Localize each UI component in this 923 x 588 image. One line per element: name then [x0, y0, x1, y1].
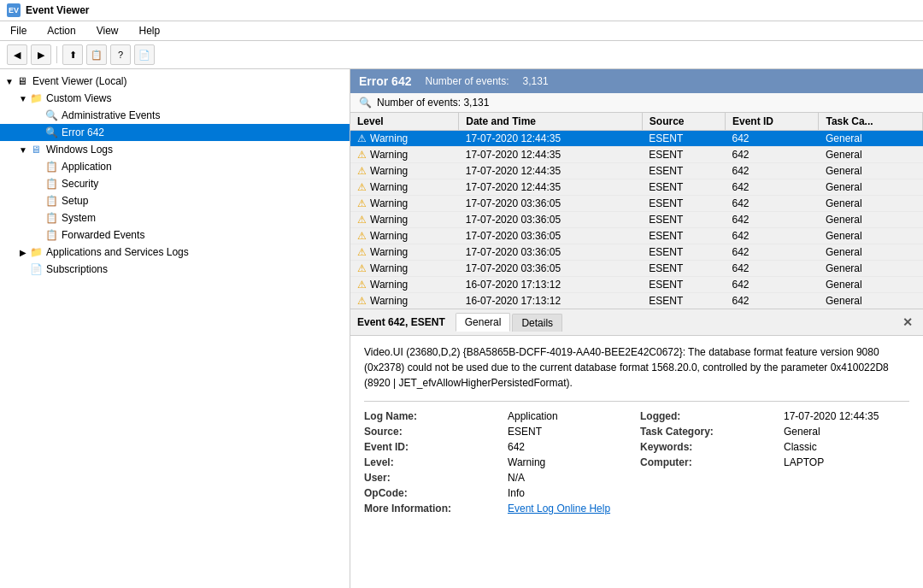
setup-toggle: [32, 195, 44, 207]
menu-bar: File Action View Help: [0, 21, 923, 41]
opcode-value: Info: [508, 487, 633, 499]
tree-item-custom-views[interactable]: ▼ 📁 Custom Views: [0, 90, 350, 107]
tree-item-setup[interactable]: 📋 Setup: [0, 192, 350, 209]
cell-task: General: [819, 196, 923, 212]
table-row[interactable]: ⚠Warning16-07-2020 17:13:12ESENT642Gener…: [350, 293, 923, 309]
tree-root-toggle[interactable]: ▼: [3, 75, 15, 87]
col-level[interactable]: Level: [350, 113, 459, 131]
error642-icon: 🔍: [44, 126, 58, 139]
security-icon: 📋: [44, 177, 58, 191]
toolbar-new[interactable]: 📄: [134, 44, 155, 65]
cell-task: General: [819, 293, 923, 309]
cell-level: ⚠Warning: [350, 179, 459, 196]
warning-icon: ⚠: [357, 246, 367, 258]
event-table-container[interactable]: Level Date and Time Source Event ID Task…: [350, 113, 923, 309]
cell-eventid: 642: [725, 277, 818, 293]
computer-value: LAPTOP: [784, 456, 909, 468]
table-row[interactable]: ⚠Warning17-07-2020 12:44:35ESENT642Gener…: [350, 163, 923, 179]
menu-file[interactable]: File: [7, 23, 30, 38]
subscriptions-label: Subscriptions: [46, 263, 108, 275]
col-task[interactable]: Task Ca...: [819, 113, 923, 131]
toolbar-help[interactable]: ?: [110, 44, 131, 65]
system-toggle: [32, 212, 44, 224]
tree-item-application[interactable]: 📋 Application: [0, 158, 350, 175]
cell-task: General: [819, 147, 923, 163]
table-row[interactable]: ⚠Warning16-07-2020 17:13:12ESENT642Gener…: [350, 277, 923, 293]
tree-root[interactable]: ▼ 🖥 Event Viewer (Local): [0, 73, 350, 90]
detail-close-button[interactable]: ✕: [899, 315, 916, 329]
filter-bar: 🔍 Number of events: 3,131: [350, 93, 923, 113]
event-id-value: 642: [508, 441, 633, 453]
right-panel: Error 642 Number of events: 3,131 🔍 Numb…: [350, 69, 923, 588]
cell-level: ⚠Warning: [350, 244, 459, 261]
logged-value: 17-07-2020 12:44:35: [784, 410, 909, 422]
toolbar-copy[interactable]: 📋: [86, 44, 107, 65]
custom-views-icon: 📁: [29, 91, 43, 105]
level-label: Level:: [364, 456, 501, 468]
windows-logs-label: Windows Logs: [46, 144, 113, 156]
table-row[interactable]: ⚠Warning17-07-2020 12:44:35ESENT642Gener…: [350, 131, 923, 147]
windows-logs-icon: 🖥: [29, 143, 43, 156]
panel-header: Error 642 Number of events: 3,131: [350, 69, 923, 93]
table-row[interactable]: ⚠Warning17-07-2020 03:36:05ESENT642Gener…: [350, 212, 923, 228]
detail-title: Event 642, ESENT: [357, 316, 445, 328]
cell-source: ESENT: [642, 244, 725, 261]
custom-views-toggle[interactable]: ▼: [17, 92, 29, 104]
keywords-value: Classic: [784, 441, 909, 453]
tree-item-app-services[interactable]: ▶ 📁 Applications and Services Logs: [0, 244, 350, 261]
menu-view[interactable]: View: [93, 23, 122, 38]
col-eventid[interactable]: Event ID: [725, 113, 818, 131]
table-row[interactable]: ⚠Warning17-07-2020 03:36:05ESENT642Gener…: [350, 196, 923, 212]
table-row[interactable]: ⚠Warning17-07-2020 12:44:35ESENT642Gener…: [350, 147, 923, 163]
toolbar-forward[interactable]: ▶: [31, 44, 51, 65]
warning-icon: ⚠: [357, 262, 367, 274]
table-row[interactable]: ⚠Warning17-07-2020 12:44:35ESENT642Gener…: [350, 179, 923, 196]
tree-item-admin-events[interactable]: 🔍 Administrative Events: [0, 107, 350, 124]
source-label: Source:: [364, 426, 501, 438]
menu-action[interactable]: Action: [44, 23, 79, 38]
cell-level: ⚠Warning: [350, 163, 459, 179]
cell-source: ESENT: [642, 196, 725, 212]
menu-help[interactable]: Help: [136, 23, 164, 38]
cell-eventid: 642: [725, 131, 818, 147]
cell-source: ESENT: [642, 261, 725, 277]
forwarded-label: Forwarded Events: [62, 229, 144, 241]
col-source[interactable]: Source: [642, 113, 725, 131]
forwarded-icon: 📋: [44, 228, 58, 242]
cell-source: ESENT: [642, 228, 725, 244]
tree-item-system[interactable]: 📋 System: [0, 209, 350, 226]
panel-event-count-label: Number of events:: [425, 75, 509, 87]
task-cat-label: Task Category:: [640, 426, 777, 438]
tree-item-windows-logs[interactable]: ▼ 🖥 Windows Logs: [0, 141, 350, 158]
cell-level: ⚠Warning: [350, 228, 459, 244]
cell-eventid: 642: [725, 293, 818, 309]
main-layout: ▼ 🖥 Event Viewer (Local) ▼ 📁 Custom View…: [0, 69, 923, 588]
tab-general[interactable]: General: [456, 313, 511, 332]
col-datetime[interactable]: Date and Time: [459, 113, 643, 131]
cell-source: ESENT: [642, 147, 725, 163]
left-panel: ▼ 🖥 Event Viewer (Local) ▼ 📁 Custom View…: [0, 69, 350, 588]
cell-date: 17-07-2020 03:36:05: [459, 212, 643, 228]
cell-source: ESENT: [642, 212, 725, 228]
tree-item-subscriptions[interactable]: 📄 Subscriptions: [0, 261, 350, 278]
root-icon: 🖥: [15, 74, 29, 88]
tree-item-forwarded[interactable]: 📋 Forwarded Events: [0, 226, 350, 244]
table-row[interactable]: ⚠Warning17-07-2020 03:36:05ESENT642Gener…: [350, 261, 923, 277]
more-info-link[interactable]: Event Log Online Help: [508, 503, 633, 514]
tree-item-error-642[interactable]: 🔍 Error 642: [0, 124, 350, 141]
toolbar-up[interactable]: ⬆: [62, 44, 83, 65]
table-row[interactable]: ⚠Warning17-07-2020 03:36:05ESENT642Gener…: [350, 244, 923, 261]
cell-eventid: 642: [725, 244, 818, 261]
cell-level: ⚠Warning: [350, 131, 459, 147]
toolbar: ◀ ▶ ⬆ 📋 ? 📄: [0, 41, 923, 69]
app-icon-tree: 📋: [44, 160, 58, 173]
error642-toggle: [32, 126, 44, 138]
app-services-toggle[interactable]: ▶: [17, 246, 29, 258]
forwarded-toggle: [32, 229, 44, 241]
windows-logs-toggle[interactable]: ▼: [17, 144, 29, 156]
table-row[interactable]: ⚠Warning17-07-2020 03:36:05ESENT642Gener…: [350, 228, 923, 244]
toolbar-back[interactable]: ◀: [7, 44, 27, 65]
tree-item-security[interactable]: 📋 Security: [0, 175, 350, 192]
tab-details[interactable]: Details: [512, 314, 562, 332]
cell-task: General: [819, 163, 923, 179]
